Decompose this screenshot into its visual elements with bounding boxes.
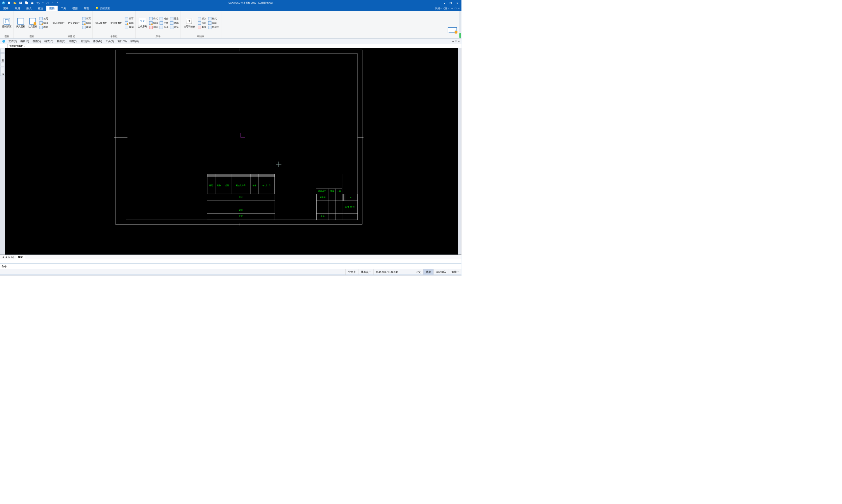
print-icon[interactable] — [31, 1, 34, 5]
canvas-scrollbar-v[interactable] — [458, 48, 462, 254]
tab-common[interactable]: 常用 — [12, 6, 23, 11]
status-lineweight[interactable]: 线宽 — [423, 269, 433, 275]
status-dyninput[interactable]: 动态输入 — [433, 269, 449, 275]
ribbon-min-button[interactable]: ‒ — [451, 7, 453, 10]
undo-icon[interactable] — [36, 1, 40, 5]
frame-edit-button[interactable]: 编辑 — [39, 21, 48, 25]
group-label: 参数栏 — [93, 35, 135, 38]
ribbon-search[interactable]: 💡 功能搜索... — [95, 6, 112, 11]
fill-bom-button[interactable]: T填写明细表 — [182, 17, 197, 29]
minimize-button[interactable]: ‒ — [444, 2, 445, 4]
import-parambar-button[interactable]: 调入参数栏 — [94, 21, 109, 25]
bom-insert-button[interactable]: 插入 — [197, 17, 207, 20]
define-parambar-button[interactable]: 定义参数栏 — [109, 21, 124, 25]
tab-insert[interactable]: 插入 — [23, 6, 35, 11]
palette-icon-2[interactable] — [0, 63, 5, 67]
close-button[interactable]: ✕ — [456, 2, 459, 4]
balloon-hide-button[interactable]: 隐藏 — [170, 21, 179, 25]
balloon-delete-button[interactable]: 删除 — [149, 26, 158, 29]
palette-properties[interactable]: 特性 — [0, 67, 5, 76]
ribbon-scrollbar[interactable] — [459, 11, 462, 38]
bom-db-button[interactable]: 数据库 — [208, 26, 220, 29]
palette-library[interactable]: 图库 — [0, 53, 5, 62]
doc-close-button[interactable]: × — [458, 40, 460, 43]
redo-dropdown-icon[interactable]: ▼ — [52, 2, 54, 4]
ribbon-close-button[interactable]: × — [458, 7, 460, 10]
pb-edit-button[interactable]: 编辑 — [125, 21, 134, 25]
balloon-style-button[interactable]: 样式 — [149, 17, 158, 20]
menu-help[interactable]: 帮助(H) — [128, 39, 140, 43]
import-titleblock-button[interactable]: 调入标题栏 — [51, 21, 66, 25]
help-dropdown-icon[interactable]: ▼ — [448, 7, 450, 9]
menu-dim[interactable]: 标注(N) — [79, 39, 91, 43]
model-tab[interactable]: 模型 — [16, 255, 25, 259]
import-frame-button[interactable]: 调入图框 — [15, 17, 26, 29]
menu-draw[interactable]: 绘图(D) — [67, 39, 79, 43]
app-icon[interactable] — [2, 1, 5, 5]
doc-tab-close-icon[interactable]: × — [24, 45, 25, 47]
menu-modify[interactable]: 修改(M) — [91, 39, 104, 43]
tab-view[interactable]: 视图 — [69, 6, 80, 11]
nav-prev-button[interactable]: ◀ — [5, 255, 8, 258]
bom-wrap-button[interactable]: 折行 — [197, 21, 207, 25]
create-balloon-button[interactable]: 1 2生成序号 — [137, 17, 148, 29]
style-dropdown[interactable]: 风格 ▼ — [435, 7, 442, 10]
menu-file[interactable]: 文件(F) — [7, 39, 19, 43]
command-line[interactable]: 命令: — [0, 264, 462, 269]
save-icon[interactable] — [19, 1, 22, 5]
nav-next-button[interactable]: ▶ — [8, 255, 11, 258]
palette-icon-1[interactable] — [0, 49, 5, 53]
tab-tools[interactable]: 工具 — [57, 6, 69, 11]
nav-last-button[interactable]: ▶| — [11, 255, 15, 258]
nav-first-button[interactable]: |◀ — [1, 255, 5, 258]
qat-customize-icon[interactable]: ▼ — [57, 2, 58, 4]
doc-tab-active[interactable]: 工程图文档1* × — [7, 44, 27, 48]
menu-format[interactable]: 格式(O) — [43, 39, 55, 43]
tab-help[interactable]: 帮助 — [81, 6, 92, 11]
balloon-swap-button[interactable]: 交换 — [159, 21, 168, 25]
tab-annotate[interactable]: 标注 — [35, 6, 46, 11]
menu-view[interactable]: 视图(V) — [31, 39, 43, 43]
tab-format[interactable]: 图幅 — [46, 6, 57, 11]
menu-window[interactable]: 窗口(W) — [116, 39, 129, 43]
doc-min-button[interactable]: ‒ — [452, 40, 454, 43]
bom-delete-button[interactable]: 删除 — [197, 26, 207, 29]
redo-icon[interactable] — [47, 1, 50, 5]
balloon-top-button[interactable]: 置顶 — [170, 26, 179, 29]
balloon-align-button[interactable]: 对齐 — [159, 17, 168, 20]
app-small-icon[interactable] — [2, 39, 5, 43]
drawing-canvas[interactable]: 标记处数分区更改文件号签名年. 月. 日 阶段标记重量比例 设计标准化 1:1 … — [5, 48, 462, 254]
status-ortho[interactable]: 正交 — [413, 269, 423, 275]
pb-save-button[interactable]: 存储 — [125, 26, 134, 29]
define-titleblock-button[interactable]: 定义标题栏 — [67, 21, 81, 25]
tb-approve: 批准 — [317, 213, 329, 220]
maximize-button[interactable]: ❐ — [450, 2, 452, 4]
help-icon[interactable]: ? — [444, 7, 447, 10]
tab-menu[interactable]: 菜单 — [0, 6, 12, 11]
open-icon[interactable] — [14, 1, 17, 5]
menu-paper[interactable]: 幅面(P) — [55, 39, 67, 43]
menu-edit[interactable]: 编辑(E) — [19, 39, 31, 43]
balloon-edit-button[interactable]: 编辑 — [149, 21, 158, 25]
status-snap[interactable]: 屏幕点▼ — [358, 269, 373, 275]
new-icon[interactable] — [7, 1, 11, 5]
bom-export-button[interactable]: 输出 — [208, 21, 220, 25]
balloon-merge-button[interactable]: 合并 — [159, 26, 168, 29]
tb-fill-button[interactable]: 填写 — [82, 17, 91, 20]
balloon-show-button[interactable]: 显示 — [170, 17, 179, 20]
menu-tools[interactable]: 工具(T) — [104, 39, 116, 43]
saveall-icon[interactable] — [25, 1, 28, 5]
ribbon-max-button[interactable]: □ — [455, 7, 456, 10]
tb-edit-button[interactable]: 编辑 — [82, 21, 91, 25]
bom-style-button[interactable]: 样式 — [208, 17, 220, 20]
swap-icon — [160, 21, 163, 25]
pb-fill-button[interactable]: T填写 — [125, 17, 134, 20]
status-smart[interactable]: 智能▼ — [449, 269, 462, 275]
undo-dropdown-icon[interactable]: ▼ — [42, 2, 44, 4]
frame-save-button[interactable]: 存储 — [39, 26, 48, 29]
doc-max-button[interactable]: □ — [455, 40, 457, 43]
frame-fill-button[interactable]: 填写 — [39, 17, 48, 20]
tb-save-button[interactable]: 存储 — [82, 26, 91, 29]
paper-settings-button[interactable]: 图幅设置 — [1, 17, 13, 29]
define-frame-button[interactable]: 定义图框 — [27, 17, 38, 29]
